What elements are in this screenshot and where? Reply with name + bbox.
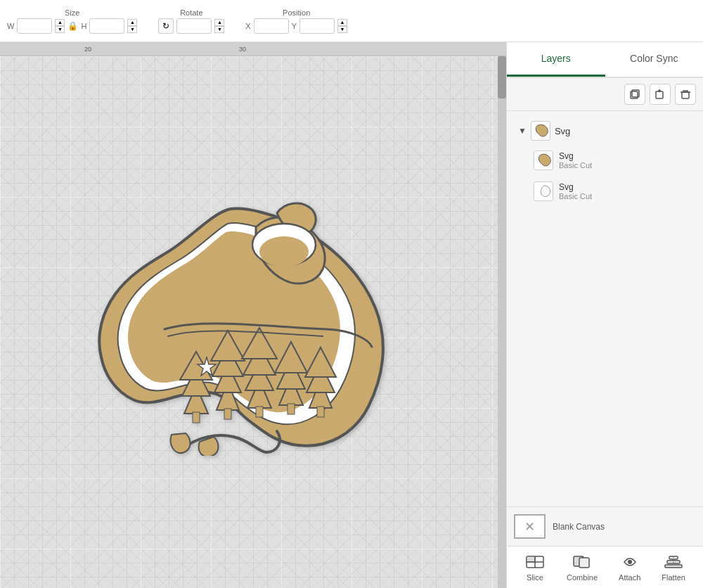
grid-canvas	[0, 56, 506, 588]
slice-icon	[524, 554, 546, 571]
position-label: Position	[283, 8, 310, 17]
svg-rect-10	[224, 409, 231, 419]
canvas-box: ✕	[514, 514, 546, 539]
svg-rect-23	[317, 407, 324, 417]
flatten-label: Flatten	[662, 573, 685, 582]
y-label: Y	[292, 22, 297, 30]
attach-tool[interactable]: Attach	[619, 554, 640, 582]
width-stepper[interactable]: ▲ ▼	[55, 19, 65, 33]
pos-up[interactable]: ▲	[337, 19, 347, 26]
layers-list: ▼ Svg	[507, 111, 703, 506]
main-content: 20 30	[0, 42, 703, 588]
layer-item-0[interactable]: Svg Basic Cut	[528, 146, 696, 174]
panel-tabs: Layers Color Sync	[507, 42, 703, 78]
layer-toolbar	[507, 78, 703, 111]
flatten-icon	[663, 554, 684, 571]
layer-thumb-1	[534, 181, 553, 201]
pos-down[interactable]: ▼	[337, 26, 347, 33]
layer-item-name-1: Svg	[559, 182, 592, 192]
layer-item-type-0: Basic Cut	[559, 161, 592, 170]
y-input[interactable]	[299, 18, 335, 34]
rotate-group: Rotate ↻ ▲ ▼	[158, 8, 224, 34]
svg-rect-39	[665, 565, 682, 568]
width-down[interactable]: ▼	[55, 26, 65, 33]
svg-rect-37	[579, 558, 589, 568]
combine-label: Combine	[567, 573, 598, 582]
rotate-stepper[interactable]: ▲ ▼	[214, 19, 224, 33]
slice-tool[interactable]: Slice	[524, 554, 546, 582]
duplicate-layer-button[interactable]	[624, 84, 645, 105]
layer-item-info-0: Svg Basic Cut	[559, 151, 592, 170]
scrollbar-vertical[interactable]	[498, 56, 506, 588]
combine-icon	[572, 554, 593, 571]
svg-point-38	[628, 560, 632, 564]
right-panel: Layers Color Sync ▼	[506, 42, 703, 588]
layer-group-svg: ▼ Svg	[514, 118, 696, 205]
layer-item-info-1: Svg Basic Cut	[559, 182, 592, 200]
bottom-toolbar: Slice Combine Attach	[507, 546, 703, 588]
position-inputs: X Y ▲ ▼	[245, 18, 347, 34]
w-label: W	[7, 22, 14, 30]
ruler-mark-30: 30	[239, 46, 246, 53]
layer-group-header[interactable]: ▼ Svg	[514, 118, 696, 143]
canvas-indicator: ✕ Blank Canvas	[507, 506, 703, 546]
height-input[interactable]	[89, 18, 124, 34]
svg-rect-30	[682, 92, 689, 98]
attach-icon	[619, 554, 640, 571]
svg-rect-33	[527, 556, 535, 562]
tab-layers[interactable]: Layers	[507, 42, 605, 77]
height-up[interactable]: ▲	[127, 19, 137, 26]
ruler-mark-20: 20	[84, 46, 91, 53]
canvas-label: Blank Canvas	[553, 522, 605, 532]
lock-icon: 🔒	[67, 21, 78, 31]
svg-rect-19	[288, 404, 295, 414]
h-label: H	[81, 22, 86, 30]
size-label: Size	[65, 8, 79, 17]
x-label: X	[245, 22, 250, 30]
canvas-area[interactable]: 20 30	[0, 42, 506, 588]
position-stepper[interactable]: ▲ ▼	[337, 19, 347, 33]
layer-item-name-0: Svg	[559, 151, 592, 161]
svg-rect-5	[193, 412, 200, 423]
width-input[interactable]	[17, 18, 52, 34]
tab-colorsync[interactable]: Color Sync	[605, 42, 704, 77]
rotate-up[interactable]: ▲	[214, 19, 224, 26]
rotate-icon-btn[interactable]: ↻	[158, 18, 174, 34]
layer-group-name: Svg	[555, 126, 570, 136]
combine-tool[interactable]: Combine	[567, 554, 598, 582]
size-inputs: W ▲ ▼ 🔒 H ▲ ▼	[7, 18, 137, 34]
canvas-grid[interactable]	[0, 56, 506, 588]
rotate-label: Rotate	[180, 8, 202, 17]
layer-group-thumb	[531, 121, 550, 141]
svg-rect-27	[656, 91, 663, 98]
height-stepper[interactable]: ▲ ▼	[127, 19, 137, 33]
size-group: Size W ▲ ▼ 🔒 H ▲ ▼	[7, 8, 137, 34]
svg-group[interactable]	[99, 203, 383, 456]
position-group: Position X Y ▲ ▼	[245, 8, 347, 34]
toolbar: Size W ▲ ▼ 🔒 H ▲ ▼ Rotate ↻ ▲ ▼	[0, 0, 703, 42]
scrollbar-thumb[interactable]	[498, 56, 506, 98]
height-down[interactable]: ▼	[127, 26, 137, 33]
rotate-input[interactable]	[176, 18, 212, 34]
chevron-down-icon: ▼	[518, 126, 527, 136]
canvas-x-mark: ✕	[524, 519, 535, 535]
svg-rect-15	[256, 407, 263, 417]
rotate-inputs: ↻ ▲ ▼	[158, 18, 224, 34]
attach-label: Attach	[619, 573, 640, 582]
add-layer-button[interactable]	[650, 84, 671, 105]
ruler-top: 20 30	[0, 42, 506, 56]
flatten-tool[interactable]: Flatten	[662, 554, 685, 582]
delete-layer-button[interactable]	[675, 84, 696, 105]
slice-label: Slice	[527, 573, 543, 582]
layer-thumb-0	[534, 151, 553, 170]
layer-children: Svg Basic Cut Svg Basic C	[528, 146, 696, 205]
layer-item-1[interactable]: Svg Basic Cut	[528, 177, 696, 205]
x-input[interactable]	[254, 18, 289, 34]
width-up[interactable]: ▲	[55, 19, 65, 26]
layer-item-type-1: Basic Cut	[559, 192, 592, 200]
design-svg[interactable]	[59, 188, 396, 456]
svg-point-1	[259, 236, 309, 267]
rotate-down[interactable]: ▼	[214, 26, 224, 33]
